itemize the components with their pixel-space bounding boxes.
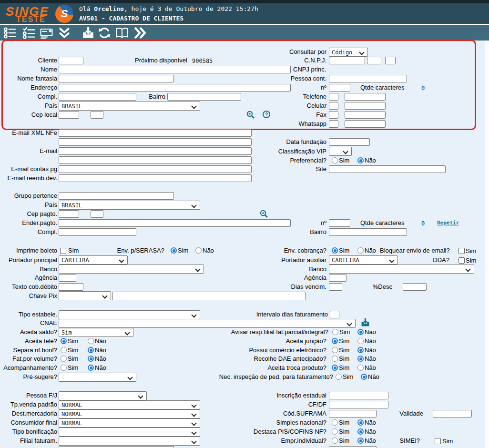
pais-pagto-select[interactable]: BRASIL [59,201,200,210]
cod-suframa-input[interactable] [329,410,377,417]
compl-pagto-input[interactable] [59,228,136,236]
pessoa-cont-input[interactable] [329,75,407,82]
avisar-nao-radio[interactable] [357,329,364,335]
separa-nf-nao-radio[interactable] [88,347,94,353]
classificacao-vip-select[interactable] [329,147,352,156]
pessoa-fj-select[interactable] [59,391,147,400]
dda-checkbox[interactable] [458,257,465,264]
whatsapp-ddd-input[interactable] [329,120,338,128]
list-icon[interactable] [3,27,17,39]
telefone-input[interactable] [345,93,386,101]
zoom-search-pagto-icon[interactable] [259,209,269,219]
banco-auxiliar-select[interactable] [329,265,474,274]
numero-input[interactable] [329,84,350,92]
empr-individual-sim-radio[interactable] [332,438,338,444]
fat-volume-nao-radio[interactable] [88,356,94,362]
site-input[interactable] [329,165,446,173]
pre-sugere-select[interactable] [59,373,136,382]
tipo-bonificacao-select[interactable] [59,428,200,437]
nec-inspecao-nao-radio[interactable] [361,374,367,380]
refresh-icon[interactable] [98,27,111,39]
aceita-juncao-sim-radio[interactable] [332,338,338,344]
telefone-ddd-input[interactable] [329,93,338,101]
portador-auxiliar-select[interactable]: CARTEIRA [329,255,398,265]
validade-input[interactable] [433,410,472,417]
fat-volume-sim-radio[interactable] [61,356,67,362]
bloquear-email-checkbox[interactable] [458,248,465,254]
cep-local-input-2[interactable] [91,111,103,119]
nome-fantasia-input[interactable] [59,75,174,82]
comercio-nao-radio[interactable] [357,347,364,353]
import-icon[interactable] [81,27,95,39]
destaca-pis-sim-radio[interactable] [332,428,338,435]
tipo-estabele-select[interactable] [59,310,200,319]
agencia-principal-input[interactable] [59,274,76,282]
cnpj-input-2[interactable] [367,57,381,64]
chevrons-right-icon[interactable] [133,27,146,39]
dest-mercadoria-select[interactable]: NORMAL [59,409,200,418]
intervalo-dias-input[interactable] [330,311,339,318]
scrollbar-track[interactable] [485,41,489,448]
fax-ddd-input[interactable] [329,111,338,119]
chave-pix-input[interactable] [112,292,306,300]
consumidor-final-select[interactable]: NORMAL [59,418,200,428]
preferencial-nao-radio[interactable] [357,157,364,163]
inscricao-estadual-input[interactable] [329,392,388,399]
cutoff-left-input[interactable] [59,446,174,448]
cnae-select[interactable] [59,319,356,328]
celular-input[interactable] [345,102,386,110]
cliente-input[interactable] [59,57,83,64]
agencia-auxiliar-input[interactable] [329,274,346,282]
env-cobranca-sim-radio[interactable] [332,247,338,254]
banco-principal-select[interactable] [59,265,204,274]
aceita-saldo-select[interactable]: Sim [59,328,133,337]
recolhe-dae-nao-radio[interactable] [357,356,364,362]
grupo-pertence-input[interactable] [59,192,174,200]
avisar-sim-radio[interactable] [332,329,338,335]
whatsapp-input[interactable] [345,120,386,128]
aceita-troca-nao-radio[interactable] [357,365,364,371]
consultar-por-select[interactable]: Código [329,48,368,57]
aceita-troca-sim-radio[interactable] [332,365,338,371]
cnpj-input-3[interactable] [385,57,396,64]
env-cobranca-nao-radio[interactable] [357,247,364,254]
aceita-tele-sim-radio[interactable] [61,338,67,344]
recolhe-dae-sim-radio[interactable] [332,356,338,362]
simples-nao-radio[interactable] [357,419,364,426]
preferencial-sim-radio[interactable] [332,157,338,163]
cep-pagto-input-1[interactable] [59,210,79,218]
cutoff-right-input[interactable] [329,446,377,448]
celular-ddd-input[interactable] [329,102,338,110]
book-icon[interactable] [115,27,129,39]
data-fundacao-input[interactable] [329,138,370,146]
nec-inspecao-sim-radio[interactable] [336,374,342,380]
comercio-sim-radio[interactable] [332,347,338,353]
chave-pix-select[interactable] [59,291,111,300]
cep-local-input-1[interactable] [59,111,79,119]
bairro-pagto-input[interactable] [329,228,407,236]
simples-sim-radio[interactable] [332,419,338,426]
aceita-tele-nao-radio[interactable] [88,338,94,344]
tp-venda-padrao-select[interactable]: NORMAL [59,400,200,409]
email-xml-nfe-input-1[interactable] [59,129,252,137]
repetir-link[interactable]: Repetir [437,220,459,226]
acompanhamento-nao-radio[interactable] [88,365,94,371]
numero-pagto-input[interactable] [329,219,350,227]
separa-nf-sim-radio[interactable] [61,347,67,353]
imprime-boleto-checkbox[interactable] [60,248,66,254]
dias-vencim-input[interactable] [329,283,342,291]
acompanhamento-sim-radio[interactable] [61,365,67,371]
env-serasa-nao-radio[interactable] [195,247,202,254]
empr-individual-nao-radio[interactable] [357,438,364,444]
desc-input[interactable] [403,283,427,291]
texto-cob-debito-input[interactable] [59,283,83,291]
simei-checkbox[interactable] [435,438,441,444]
pais-select[interactable]: BRASIL [59,102,200,111]
nome-input[interactable] [59,66,291,73]
destaca-pis-nao-radio[interactable] [357,428,364,435]
env-serasa-sim-radio[interactable] [171,247,177,254]
email-reemb-input[interactable] [59,174,252,182]
fax-input[interactable] [345,111,386,119]
chevrons-down-icon[interactable] [58,27,71,39]
cf-df-input[interactable] [329,401,388,408]
